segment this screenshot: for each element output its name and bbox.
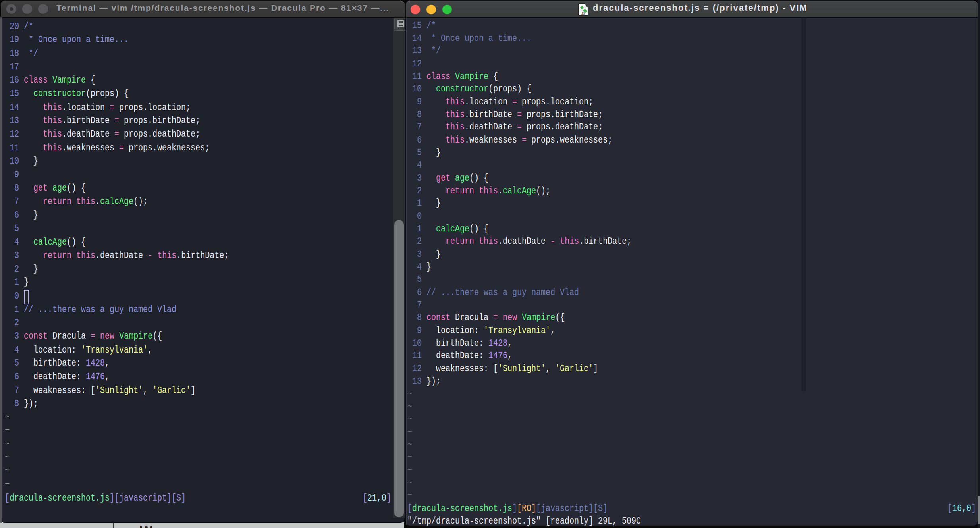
svg-text:JS: JS: [581, 12, 585, 15]
